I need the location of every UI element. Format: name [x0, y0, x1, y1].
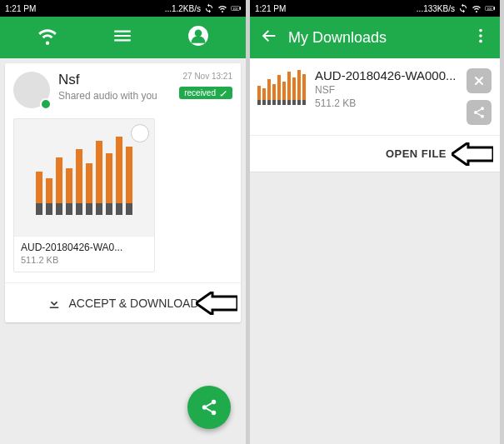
- share-icon: [472, 106, 486, 119]
- audio-waveform-icon: [36, 140, 132, 215]
- audio-waveform-icon: [257, 72, 306, 105]
- annotation-arrow-icon: [452, 142, 493, 166]
- open-file-label: OPEN FILE: [386, 147, 447, 160]
- download-icon: [47, 296, 62, 311]
- download-filename: AUD-20180426-WA000...: [315, 68, 457, 82]
- post-subtitle: Shared audio with you: [58, 90, 157, 102]
- sender-name: Nsf: [58, 72, 157, 88]
- online-dot: [40, 98, 52, 110]
- accept-download-label: ACCEPT & DOWNLOAD: [68, 297, 198, 310]
- svg-point-4: [194, 29, 202, 37]
- share-icon: [200, 398, 218, 417]
- profile-tab[interactable]: [187, 25, 209, 50]
- svg-point-15: [474, 111, 477, 114]
- wifi-icon: [472, 3, 482, 13]
- svg-point-14: [481, 107, 484, 110]
- sync-icon: [204, 3, 214, 13]
- attachment-filename: AUD-20180426-WA0...: [21, 242, 147, 253]
- back-button[interactable]: [260, 27, 278, 48]
- svg-point-16: [481, 115, 484, 118]
- app-bar: [0, 17, 246, 58]
- page-title: My Downloads: [288, 29, 387, 47]
- svg-rect-1: [240, 7, 241, 10]
- wifi-tab[interactable]: [37, 25, 58, 50]
- close-icon: [472, 74, 486, 87]
- svg-point-12: [479, 34, 482, 37]
- svg-point-13: [479, 40, 482, 43]
- sync-icon: [458, 3, 468, 13]
- download-filesize: 511.2 KB: [315, 97, 457, 109]
- file-thumbnail: [258, 68, 305, 108]
- download-filetype: NSF: [315, 84, 457, 96]
- overflow-menu-button[interactable]: [472, 27, 490, 48]
- delete-button[interactable]: [467, 68, 492, 93]
- svg-point-6: [202, 405, 207, 410]
- app-bar: My Downloads: [250, 17, 500, 58]
- svg-text:100: 100: [233, 7, 238, 11]
- wifi-icon: [217, 3, 227, 13]
- attachment-filesize: 511.2 KB: [21, 255, 147, 265]
- status-time: 1:21 PM: [255, 4, 286, 13]
- svg-text:100: 100: [487, 7, 492, 11]
- annotation-arrow-icon: [196, 292, 237, 315]
- select-circle[interactable]: [131, 124, 149, 142]
- open-file-button[interactable]: OPEN FILE: [250, 135, 500, 172]
- share-fab[interactable]: [187, 386, 231, 429]
- svg-point-11: [479, 29, 482, 32]
- svg-point-5: [212, 400, 217, 405]
- attachment[interactable]: AUD-20180426-WA0... 511.2 KB: [13, 118, 155, 272]
- status-bar: 1:21 PM ...133KB/s 100: [250, 0, 500, 17]
- share-button[interactable]: [467, 100, 492, 125]
- svg-rect-9: [494, 7, 495, 10]
- status-net-speed: ...133KB/s: [417, 4, 455, 13]
- download-item: AUD-20180426-WA000... NSF 511.2 KB: [250, 58, 500, 172]
- battery-icon: 100: [485, 3, 495, 13]
- shared-file-card: Nsf Shared audio with you 27 Nov 13:21 r…: [5, 63, 241, 322]
- battery-icon: 100: [231, 3, 241, 13]
- status-net-speed: ...1.2KB/s: [165, 4, 201, 13]
- menu-tab[interactable]: [112, 25, 133, 50]
- received-badge: received: [179, 87, 232, 99]
- attachment-thumbnail: [14, 119, 154, 236]
- avatar[interactable]: [13, 72, 50, 108]
- svg-point-7: [212, 411, 217, 416]
- accept-download-button[interactable]: ACCEPT & DOWNLOAD: [5, 282, 241, 322]
- status-bar: 1:21 PM ...1.2KB/s 100: [0, 0, 246, 17]
- status-time: 1:21 PM: [5, 4, 36, 13]
- post-timestamp: 27 Nov 13:21: [183, 72, 233, 81]
